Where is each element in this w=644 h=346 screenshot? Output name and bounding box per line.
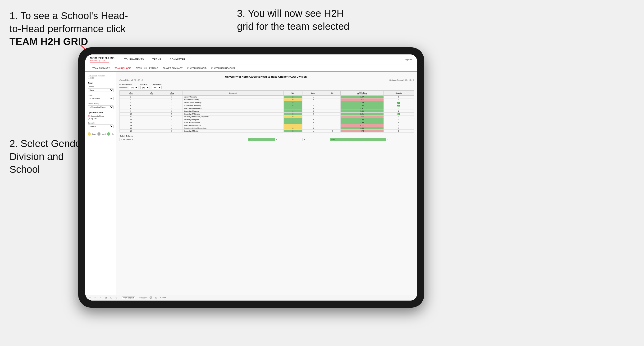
sub-nav-team-h2h-heatmap[interactable]: TEAM H2H HEATMAP	[134, 66, 160, 71]
cell-conf: 3	[161, 110, 182, 113]
colour-select[interactable]: Win/loss	[88, 125, 114, 128]
ood-loss: 0	[275, 138, 303, 141]
filter-opponent: Opponent (All)	[152, 83, 162, 89]
gender-select[interactable]: Men's	[88, 88, 114, 92]
division-select[interactable]: NCAA Division I	[88, 97, 114, 100]
top-nav: SCOREBOARD Powered by clippi TOURNAMENTS…	[85, 54, 417, 65]
back-icon[interactable]: ‹	[99, 296, 102, 299]
cell-conf: 1	[161, 121, 182, 124]
cell-diff: -6.42	[340, 130, 384, 133]
filter-row: Conference Opponents: (All) Region (All)	[120, 83, 414, 89]
cell-opponent: Auburn University	[182, 96, 284, 98]
annotation-1-line2: to-Head performance click	[10, 23, 126, 34]
cell-opponent: Florida State University	[182, 104, 284, 107]
conference-filter-select[interactable]: (All)	[129, 86, 138, 89]
cell-rounds: 2	[384, 110, 414, 113]
view-original-button[interactable]: View: Original	[122, 296, 135, 299]
cell-rank: 10	[120, 113, 142, 116]
cell-diff: 1.83	[340, 104, 384, 107]
cell-tie	[324, 98, 340, 101]
legend-down-label: Down	[92, 133, 96, 135]
annotation-3-line2: grid for the team selected	[237, 21, 350, 32]
h2h-table: #Rank #Reg #Conf Opponent Win Loss Tie D…	[120, 90, 414, 133]
clock-icon[interactable]: ⊙	[115, 296, 118, 299]
radio-top-100[interactable]: Top 100	[88, 118, 114, 120]
main-area: University of North Carolina Head-to-Hea…	[116, 72, 417, 295]
table-row: 6 2 Florida State University 4 2 1.83 12	[120, 104, 414, 107]
cell-diff: 4.50	[340, 127, 384, 130]
division-record: Division Record: 88 - 17 - 0	[390, 79, 414, 81]
annotation-3: 3. You will now see H2H grid for the tea…	[237, 7, 403, 33]
cell-rank: 4	[120, 101, 142, 104]
out-of-division: Out of division NCAA Division II 1 0 0 2…	[120, 135, 414, 141]
cell-conf: 4	[161, 127, 182, 130]
grid-records: Overall Record: 89 - 17 - 0 Division Rec…	[120, 79, 414, 81]
cell-diff: 2.29	[340, 101, 384, 104]
grid-title: University of North Carolina Head-to-Hea…	[120, 75, 414, 78]
table-row: 12 3 University of Virginia 1 0 2.33 3	[120, 118, 414, 121]
paste-icon[interactable]: ⬡	[110, 296, 113, 299]
radio-opponents-played[interactable]: Opponents Played	[88, 115, 114, 117]
cell-opponent: University of Oklahoma	[182, 124, 284, 127]
comment-icon[interactable]: 💬	[149, 296, 153, 299]
share-button[interactable]: ↗ Share	[160, 297, 166, 299]
nav-committee[interactable]: COMMITTEE	[168, 57, 187, 62]
sidebar-school-label: School (Rank)	[88, 103, 114, 105]
cell-loss: 1	[302, 116, 324, 118]
school-select[interactable]: 1. University of Nort...	[88, 105, 114, 109]
cell-loss: 0	[302, 121, 324, 124]
table-row: 10 5 University of Alabama 3 0 2.61 8	[120, 113, 414, 116]
cell-tie	[324, 110, 340, 113]
ood-tie: 0	[303, 138, 330, 141]
logo-bar	[90, 62, 109, 62]
nav-sign-out[interactable]: Sign out	[404, 58, 412, 61]
radio-dot-top100	[88, 118, 90, 120]
annotation-1: 1. To see a School's Head- to-Head perfo…	[10, 9, 133, 48]
sub-nav-player-h2h-heatmap[interactable]: PLAYER H2H HEATMAP	[209, 66, 238, 71]
cell-reg	[142, 127, 161, 130]
cell-rank: 16	[120, 130, 142, 133]
redo-icon[interactable]: ↪	[94, 296, 97, 299]
cell-rank: 14	[120, 124, 142, 127]
cell-loss: 0	[302, 107, 324, 110]
cell-conf: 1	[161, 101, 182, 104]
undo-icon[interactable]: ↩	[89, 296, 92, 299]
watch-button[interactable]: 👁 Watch ▾	[139, 297, 148, 299]
cell-diff: -2.29	[340, 98, 384, 101]
sub-nav-player-h2h-grid[interactable]: PLAYER H2H GRID	[185, 66, 209, 71]
cell-win: 1	[284, 107, 302, 110]
legend-up-dot	[107, 132, 110, 136]
sub-nav-team-summary[interactable]: TEAM SUMMARY	[90, 66, 112, 71]
sidebar-team-title: Team	[88, 82, 114, 84]
filter-region: Region (All)	[140, 83, 150, 89]
nav-teams[interactable]: TEAMS	[151, 57, 163, 62]
cell-loss: 0	[302, 118, 324, 121]
cell-loss: 2	[302, 124, 324, 127]
colour-legend: Down Level Up	[88, 132, 114, 136]
cell-reg	[142, 96, 161, 98]
th-conf: #Conf	[161, 91, 182, 96]
legend-level-label: Level	[102, 133, 106, 135]
cell-opponent: University of Arizona	[182, 110, 284, 113]
cell-rank: 15	[120, 127, 142, 130]
cell-conf: 5	[161, 113, 182, 116]
sub-nav-team-h2h-grid[interactable]: TEAM H2H GRID	[112, 66, 134, 71]
cell-opponent: University of Florida	[182, 130, 284, 133]
annotation-2-line1: 2. Select Gender,	[10, 138, 86, 149]
cell-win: 5	[284, 101, 302, 104]
annotation-1-bold: TEAM H2H GRID	[10, 36, 88, 47]
toolbar-sep-2	[137, 296, 137, 299]
crop-icon[interactable]: ⊞	[104, 296, 108, 299]
grid-icon[interactable]: ⊞	[154, 296, 158, 299]
toolbar-sep-1	[120, 296, 120, 299]
opponent-filter-select[interactable]: (All)	[152, 86, 162, 89]
cell-conf: 2	[161, 98, 182, 101]
nav-tournaments[interactable]: TOURNAMENTS	[123, 57, 145, 62]
cell-conf: 1	[161, 96, 182, 98]
th-diff: Diff AvStrokes/Rnd	[340, 91, 384, 96]
region-filter-select[interactable]: (All)	[140, 86, 150, 89]
cell-win: 0	[284, 116, 302, 118]
sub-nav-player-summary[interactable]: PLAYER SUMMARY	[160, 66, 185, 71]
cell-rounds: 17	[384, 101, 414, 104]
cell-reg	[142, 98, 161, 101]
